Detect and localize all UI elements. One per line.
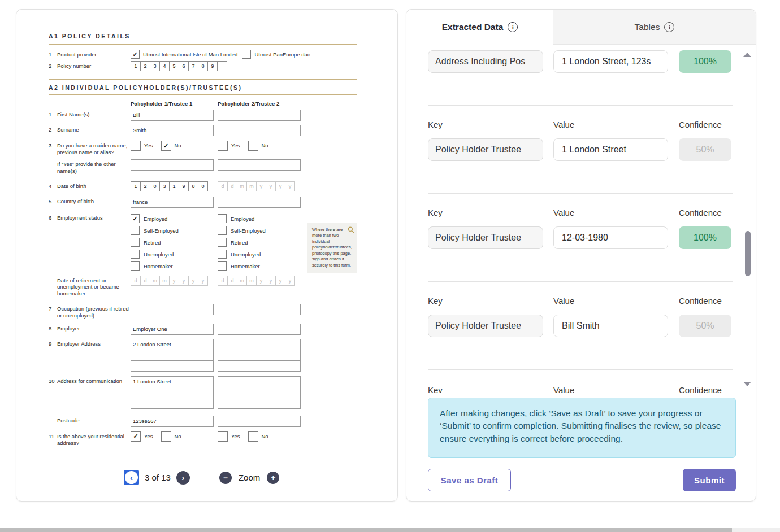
column-header-row: Key Value Confidence xyxy=(428,120,722,129)
horizontal-scrollbar-thumb[interactable] xyxy=(0,528,732,532)
confidence-column-header: Confidence xyxy=(679,385,722,393)
field-number: 9 xyxy=(49,341,54,347)
input-employer-address-1-line3 xyxy=(131,360,214,372)
no-label: No xyxy=(262,142,268,151)
input-first-name-2 xyxy=(218,110,301,121)
checkbox-self-employed-2 xyxy=(218,226,227,235)
key-column-header: Key xyxy=(428,385,553,393)
zoom-label: Zoom xyxy=(239,473,260,482)
policyholder2-header: Policyholder 2/Trustee 2 xyxy=(218,101,301,107)
pagination-bar: ‹ 3 of 13 › − Zoom + xyxy=(124,470,279,485)
field-label: If “Yes” provide the other name(s) xyxy=(57,161,131,175)
digit-cell: 1 xyxy=(131,181,141,191)
input-occupation-2 xyxy=(218,304,301,315)
checkbox-provider-2 xyxy=(242,50,251,59)
check-icon: ✓ xyxy=(163,142,168,150)
scroll-down-arrow[interactable] xyxy=(743,382,751,386)
input-other-names-1 xyxy=(131,159,214,171)
dob-boxes-1: 1 2 0 3 1 9 8 0 xyxy=(131,181,214,191)
input-comm-address-2-line3 xyxy=(218,398,301,409)
value-field[interactable]: 12-03-1980 xyxy=(553,226,668,249)
photocopy-note: Where there are more than two individual… xyxy=(307,223,357,273)
instructions-banner: After making changes, click ‘Save as Dra… xyxy=(428,398,736,458)
extracted-row: Policy Holder Trustee Bill Smith 50% xyxy=(428,315,731,337)
next-page-button[interactable]: › xyxy=(176,471,190,485)
field-label: Surname xyxy=(57,127,79,133)
input-country-1: france xyxy=(131,197,214,208)
digit-cell: 2 xyxy=(140,181,150,191)
digit-cell: 2 xyxy=(140,61,150,71)
field-label: Employer xyxy=(57,325,80,332)
form-row-residential: 11 Is the above your residential address… xyxy=(49,431,357,447)
checkbox-employed-2 xyxy=(218,214,227,223)
column-header-row: Key Value Confidence xyxy=(428,385,722,393)
digit-cell: y xyxy=(275,181,285,191)
input-employer-2 xyxy=(218,324,301,335)
horizontal-scrollbar-track[interactable] xyxy=(0,528,780,532)
vertical-scrollbar-thumb[interactable] xyxy=(745,231,751,276)
app-root: A1 POLICY DETAILS 1 Product provider ✓ U… xyxy=(0,0,780,532)
checkbox-residential-yes-1: ✓ xyxy=(131,431,141,442)
value-field[interactable]: 1 London Street, 123s xyxy=(553,50,668,73)
input-comm-address-1-line2 xyxy=(131,387,214,398)
digit-cell: y xyxy=(266,181,276,191)
checkbox-retired-1 xyxy=(131,238,140,247)
submit-button[interactable]: Submit xyxy=(683,469,736,491)
confidence-badge: 50% xyxy=(679,315,731,337)
scroll-up-arrow[interactable] xyxy=(743,53,751,57)
column-headers: Policyholder 1/Trustee 1 Policyholder 2/… xyxy=(131,101,357,107)
field-number: 1 xyxy=(49,51,54,58)
confidence-badge: 100% xyxy=(679,50,731,73)
field-label: Policy number xyxy=(57,63,91,69)
value-column-header: Value xyxy=(553,208,679,217)
field-number: 6 xyxy=(49,215,54,221)
input-occupation-1 xyxy=(131,304,214,315)
key-column-header: Key xyxy=(428,208,553,217)
checkbox-maiden-no-1: ✓ xyxy=(161,141,171,151)
tab-extracted-data[interactable]: Extracted Data i xyxy=(406,10,553,45)
form-row-comm-address: 10 Address for communication 1 London St… xyxy=(49,376,357,409)
input-surname-1: Smith xyxy=(131,125,214,136)
value-field[interactable]: Bill Smith xyxy=(553,315,668,337)
confidence-column-header: Confidence xyxy=(679,208,722,217)
dob-boxes-2: d d m m y y y y xyxy=(218,181,301,191)
form-page: A1 POLICY DETAILS 1 Product provider ✓ U… xyxy=(49,33,357,447)
save-as-draft-button[interactable]: Save as Draft xyxy=(428,469,511,491)
input-employer-address-2-line3 xyxy=(218,360,301,372)
key-field: Policy Holder Trustee xyxy=(428,315,543,337)
digit-cell: 4 xyxy=(159,61,170,71)
form-row-retirement-date: Date of retirement or unemployment or be… xyxy=(49,276,357,298)
confidence-badge: 50% xyxy=(679,138,731,161)
digit-cell: m xyxy=(246,181,257,191)
form-row-country: 5 Country of birth france xyxy=(49,197,357,208)
form-row-dob: 4 Date of birth 1 2 0 3 1 9 8 0 xyxy=(49,181,357,191)
extracted-row: Address Including Pos 1 London Street, 1… xyxy=(428,50,731,73)
retirement-boxes-1: d d m m y y y y xyxy=(131,276,214,286)
form-row-first-name: 1 First Name(s) Bill xyxy=(49,110,357,121)
checkbox-homemaker-2 xyxy=(218,261,227,271)
zoom-in-button[interactable]: + xyxy=(267,472,279,484)
column-header-row: Key Value Confidence xyxy=(428,296,722,306)
digit-cell: d xyxy=(218,181,228,191)
document-viewer-panel: A1 POLICY DETAILS 1 Product provider ✓ U… xyxy=(16,9,398,502)
info-icon[interactable]: i xyxy=(664,22,674,32)
magnifier-icon xyxy=(348,226,354,233)
digit-cell: 8 xyxy=(188,181,198,191)
form-row-occupation: 7 Occupation (previous if retired or une… xyxy=(49,304,357,319)
checkbox-homemaker-1 xyxy=(131,261,140,271)
field-number: 10 xyxy=(49,378,54,385)
digit-cell: 8 xyxy=(198,61,208,71)
value-field[interactable]: 1 London Street xyxy=(553,138,668,161)
value-column-header: Value xyxy=(553,385,679,393)
form-row-postcode: Postcode 123se567 xyxy=(49,416,357,427)
field-number: 2 xyxy=(49,63,54,69)
check-icon: ✓ xyxy=(132,215,137,223)
digit-cell: m xyxy=(237,181,247,191)
previous-page-button[interactable]: ‹ xyxy=(124,470,139,485)
digit-cell: 5 xyxy=(169,61,179,71)
checkbox-unemployed-2 xyxy=(218,250,227,259)
info-icon[interactable]: i xyxy=(508,22,518,32)
tab-tables[interactable]: Tables i xyxy=(553,10,756,45)
zoom-out-button[interactable]: − xyxy=(219,472,232,484)
check-icon: ✓ xyxy=(132,51,137,58)
